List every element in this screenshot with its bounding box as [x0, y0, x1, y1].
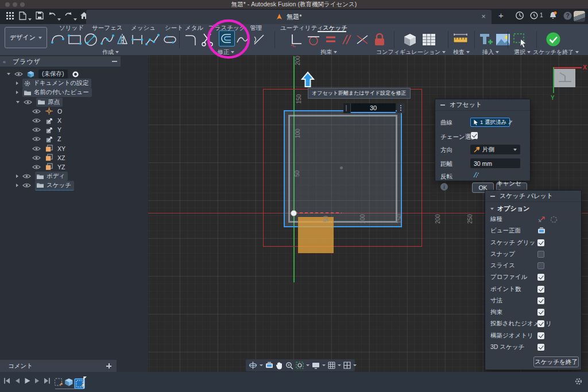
- extend-icon[interactable]: [252, 32, 266, 47]
- tree-row-origin-point[interactable]: O: [0, 107, 148, 116]
- dialog-minimize-icon[interactable]: [440, 104, 445, 106]
- collapsed-caret-icon[interactable]: [16, 184, 18, 187]
- dimensions-checkbox[interactable]: [537, 297, 544, 304]
- points-checkbox[interactable]: [537, 286, 544, 293]
- eye-icon[interactable]: [32, 164, 41, 170]
- collapsed-caret-icon[interactable]: [16, 91, 18, 94]
- offset-tool-active-highlight[interactable]: [219, 30, 235, 46]
- flip-icon[interactable]: [472, 171, 479, 178]
- ribbon-tab-sheetmetal[interactable]: シート メタル: [165, 24, 203, 30]
- display-settings-caret[interactable]: [322, 364, 326, 366]
- undo-caret[interactable]: [57, 15, 61, 22]
- sketch-circle-icon[interactable]: [83, 32, 98, 47]
- expand-caret-icon[interactable]: [16, 101, 20, 103]
- fillet-icon[interactable]: [184, 32, 199, 47]
- save-icon[interactable]: [36, 11, 44, 20]
- snap-checkbox[interactable]: [537, 251, 544, 258]
- eye-icon[interactable]: [22, 183, 31, 188]
- eye-icon[interactable]: [14, 71, 23, 77]
- configuration-table-icon[interactable]: [421, 32, 437, 48]
- new-tab-icon[interactable]: +: [498, 10, 504, 20]
- viewports-icon[interactable]: [343, 362, 351, 369]
- tree-row-plane-yz[interactable]: YZ: [0, 162, 148, 172]
- sketch-stadium-icon[interactable]: [163, 32, 177, 47]
- add-comment-icon[interactable]: [106, 363, 111, 368]
- sketch-rectangle-icon[interactable]: [67, 32, 82, 47]
- finish-sketch-icon[interactable]: [546, 32, 561, 47]
- eye-icon[interactable]: [32, 155, 41, 161]
- selected-face-square[interactable]: [298, 217, 334, 253]
- redo-icon[interactable]: [64, 11, 72, 19]
- tree-row-axis-x[interactable]: X: [0, 116, 148, 125]
- ribbon-tab-plastic[interactable]: プラスチック: [208, 24, 245, 30]
- undo-icon[interactable]: [48, 11, 56, 19]
- ribbon-tab-utilities[interactable]: ユーティリティ: [280, 24, 323, 30]
- chain-selection-checkbox[interactable]: [471, 132, 478, 139]
- user-avatar[interactable]: [574, 11, 585, 22]
- job-status-icon[interactable]: [515, 11, 524, 20]
- insert-image-icon[interactable]: [495, 32, 511, 47]
- ribbon-tab-mesh[interactable]: メッシュ: [131, 24, 156, 30]
- pan-icon[interactable]: [276, 362, 283, 370]
- collapsed-caret-icon[interactable]: [16, 81, 18, 85]
- offset-dimension-box[interactable]: 30: [343, 103, 405, 113]
- new-file-icon[interactable]: [19, 11, 26, 20]
- look-at-plane-icon[interactable]: [537, 227, 546, 234]
- sketch-point[interactable]: [340, 166, 343, 169]
- collapsed-caret-icon[interactable]: [16, 174, 18, 178]
- options-section-header[interactable]: オプション: [490, 204, 529, 213]
- viewports-caret[interactable]: [353, 364, 357, 366]
- timeline-step-forward-icon[interactable]: [34, 377, 41, 385]
- tree-row-sketches[interactable]: スケッチ: [0, 181, 148, 190]
- 3d-sketch-checkbox[interactable]: [537, 344, 544, 351]
- tree-row-axis-z[interactable]: Z: [0, 134, 148, 143]
- constraint-perpendicular-icon[interactable]: [289, 32, 304, 47]
- tree-row-plane-xz[interactable]: XZ: [0, 153, 148, 162]
- tree-row-named-views[interactable]: 名前の付いたビュー: [0, 88, 148, 97]
- construction-geometry-checkbox[interactable]: [537, 332, 544, 339]
- dimension-options-handle[interactable]: [397, 103, 405, 113]
- selected-profile-rectangle[interactable]: [284, 110, 402, 227]
- ribbon-tab-manage[interactable]: 管理: [250, 24, 262, 30]
- offset-dialog-header[interactable]: オフセット: [435, 99, 530, 111]
- sketch-slot-icon[interactable]: [130, 32, 145, 47]
- workspace-selector[interactable]: デザイン: [5, 27, 47, 48]
- eye-icon[interactable]: [32, 146, 41, 152]
- select-marquee-icon[interactable]: [512, 32, 528, 48]
- tab-close-icon[interactable]: ×: [479, 12, 488, 21]
- app-launcher-icon[interactable]: [6, 11, 14, 20]
- configure-cube-icon[interactable]: [402, 32, 418, 48]
- profile-checkbox[interactable]: [537, 274, 544, 281]
- orbit-icon[interactable]: [249, 361, 257, 370]
- grid-settings-caret[interactable]: [338, 364, 341, 366]
- display-settings-icon[interactable]: [312, 362, 320, 369]
- viewcube[interactable]: [554, 69, 575, 87]
- timeline-play-icon[interactable]: [24, 377, 31, 385]
- redo-caret[interactable]: [74, 15, 77, 22]
- grid-settings-icon[interactable]: [328, 362, 335, 369]
- ribbon-tab-sketch[interactable]: スケッチ: [323, 24, 347, 30]
- zoom-icon[interactable]: [285, 362, 293, 370]
- timeline-feature-body-icon[interactable]: [64, 378, 74, 387]
- sketch-arc-icon[interactable]: [51, 32, 65, 47]
- timeline-settings-gear-icon[interactable]: [574, 377, 583, 386]
- tree-row-document[interactable]: (未保存): [0, 69, 148, 79]
- palette-minimize-icon[interactable]: [490, 196, 495, 197]
- eye-icon[interactable]: [32, 127, 41, 133]
- trim-scissors-icon[interactable]: [200, 32, 215, 47]
- timeline-skip-start-icon[interactable]: [3, 377, 11, 385]
- tree-row-document-settings[interactable]: ドキュメントの設定: [0, 79, 148, 88]
- tree-row-origin-folder[interactable]: 原点: [0, 98, 148, 107]
- browser-collapse-icon[interactable]: «: [3, 59, 6, 65]
- eye-icon[interactable]: [24, 99, 32, 105]
- eye-icon[interactable]: [32, 118, 41, 123]
- direction-dropdown[interactable]: 片側: [470, 145, 520, 154]
- origin-point[interactable]: [291, 210, 297, 216]
- eye-icon[interactable]: [32, 108, 41, 114]
- sketch-mirror-icon[interactable]: [115, 32, 130, 47]
- document-status-icon[interactable]: [72, 71, 79, 78]
- expand-caret-icon[interactable]: [7, 73, 10, 75]
- timeline-feature-sketch2-selected-icon[interactable]: [74, 376, 87, 390]
- document-tab[interactable]: 無題* ×: [86, 10, 492, 24]
- notifications-count-icon[interactable]: [530, 11, 539, 20]
